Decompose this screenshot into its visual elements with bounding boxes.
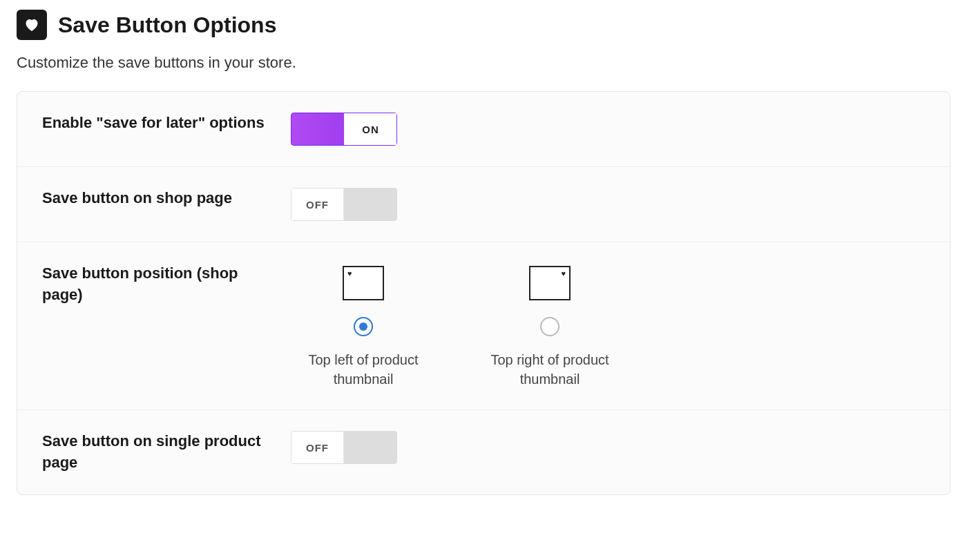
settings-panel: Enable "save for later" options ON Save …: [17, 91, 950, 495]
toggle-thumb: OFF: [291, 432, 344, 463]
row-shop-page-button: Save button on shop page OFF: [17, 167, 950, 242]
toggle-thumb: OFF: [291, 189, 344, 220]
row-label: Save button on single product page: [42, 431, 291, 474]
radio-indicator: [540, 317, 559, 336]
row-control: OFF: [291, 188, 925, 221]
heart-icon: [17, 10, 47, 40]
heart-icon: ♥: [347, 270, 352, 278]
position-option-top-left[interactable]: ♥ Top left of product thumbnail: [291, 266, 436, 389]
page-subtitle: Customize the save buttons in your store…: [17, 54, 950, 72]
row-shop-page-position: Save button position (shop page) ♥ Top l…: [17, 242, 950, 410]
row-single-product-button: Save button on single product page OFF: [17, 410, 950, 494]
row-control: ON: [291, 113, 925, 146]
enable-save-for-later-toggle[interactable]: ON: [291, 113, 397, 146]
row-label: Save button position (shop page): [42, 263, 291, 306]
heart-icon: ♥: [561, 270, 566, 278]
row-label: Enable "save for later" options: [42, 113, 291, 134]
position-radio-group: ♥ Top left of product thumbnail ♥ Top ri…: [291, 263, 622, 389]
row-control: OFF: [291, 431, 925, 464]
single-product-button-toggle[interactable]: OFF: [291, 431, 397, 464]
radio-caption: Top left of product thumbnail: [291, 350, 436, 389]
radio-caption: Top right of product thumbnail: [477, 350, 622, 389]
page-header: Save Button Options: [17, 10, 950, 40]
radio-indicator: [354, 317, 373, 336]
page-title: Save Button Options: [58, 12, 276, 38]
position-option-top-right[interactable]: ♥ Top right of product thumbnail: [477, 266, 622, 389]
toggle-thumb: ON: [344, 113, 396, 145]
radio-dot: [359, 322, 367, 331]
shop-page-button-toggle[interactable]: OFF: [291, 188, 397, 221]
row-enable-save-for-later: Enable "save for later" options ON: [17, 92, 950, 167]
thumbnail-preview-icon: ♥: [343, 266, 384, 300]
row-control: ♥ Top left of product thumbnail ♥ Top ri…: [291, 263, 925, 389]
thumbnail-preview-icon: ♥: [529, 266, 571, 300]
row-label: Save button on shop page: [42, 188, 291, 209]
